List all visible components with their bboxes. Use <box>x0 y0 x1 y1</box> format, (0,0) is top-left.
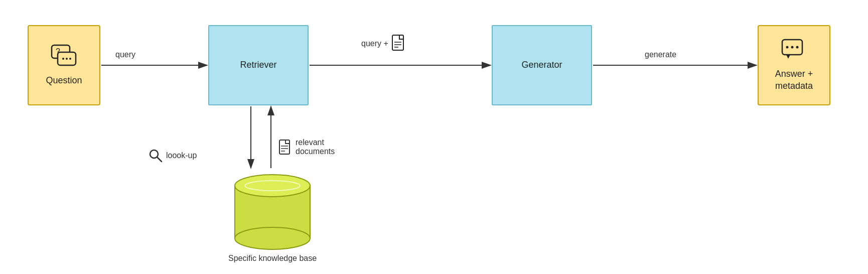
query-label: query <box>115 50 135 59</box>
query-plus-text: query + <box>361 39 388 48</box>
query-plus-label: query + <box>361 34 407 53</box>
generator-label: Generator <box>521 59 562 71</box>
svg-point-5 <box>66 58 68 60</box>
answer-label: Answer +metadata <box>775 68 813 92</box>
svg-line-17 <box>157 157 162 162</box>
answer-node: Answer +metadata <box>758 25 830 105</box>
svg-point-23 <box>235 175 310 197</box>
svg-rect-12 <box>392 35 403 50</box>
generator-node: Generator <box>492 25 592 105</box>
retriever-label: Retriever <box>240 59 276 71</box>
arrows-svg <box>0 0 868 274</box>
svg-rect-18 <box>279 140 290 154</box>
svg-point-10 <box>796 46 798 49</box>
svg-point-24 <box>235 227 310 249</box>
question-icon: ? <box>51 44 78 71</box>
svg-point-4 <box>62 58 64 60</box>
svg-point-6 <box>69 58 71 60</box>
question-node: ? Question <box>28 25 100 105</box>
rel-docs-area: relevant documents <box>278 138 335 156</box>
generate-label: generate <box>645 50 676 59</box>
retriever-node: Retriever <box>208 25 309 105</box>
database-label: Specific knowledge base <box>228 254 317 263</box>
rel-docs-text: relevant documents <box>296 138 335 156</box>
database-node: Specific knowledge base <box>228 171 317 263</box>
svg-point-8 <box>786 46 788 49</box>
database-svg <box>230 171 315 251</box>
svg-marker-11 <box>786 55 790 59</box>
doc-icon-small <box>278 139 293 156</box>
search-icon <box>148 148 163 163</box>
document-icon <box>391 34 407 53</box>
lookup-area: loook-up <box>148 148 197 163</box>
svg-point-9 <box>791 46 793 49</box>
answer-icon <box>781 39 807 64</box>
lookup-text: loook-up <box>166 151 197 160</box>
rag-diagram: ? Question Retriever Generator Answer <box>0 0 868 274</box>
question-label: Question <box>46 75 82 86</box>
